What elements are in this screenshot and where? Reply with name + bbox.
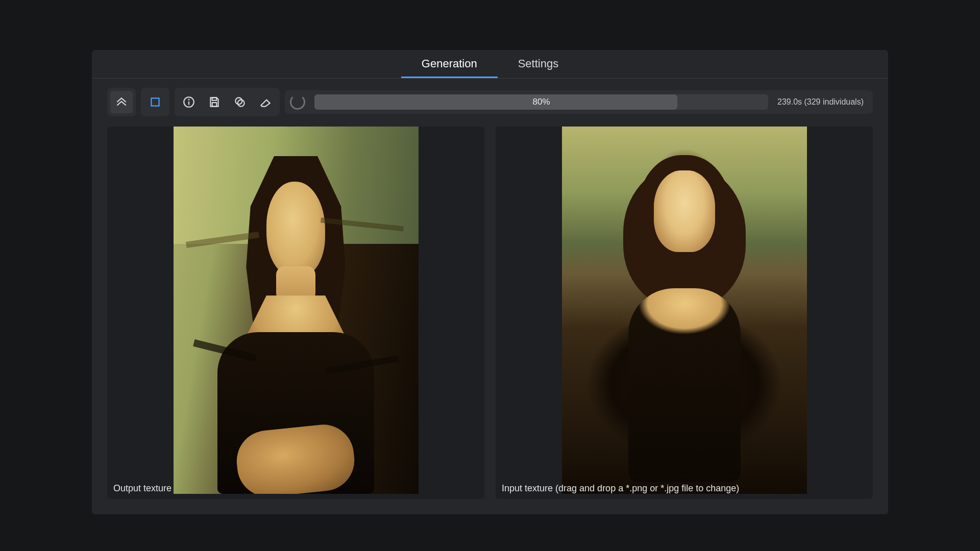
app-window: Generation Settings: [92, 50, 888, 514]
progress-group: 80% 239.0s (329 individuals): [285, 90, 873, 114]
info-icon: [182, 95, 195, 109]
tab-settings[interactable]: Settings: [498, 50, 579, 78]
eraser-icon: [259, 95, 272, 109]
nav-group: [107, 88, 136, 116]
layers-button[interactable]: [229, 91, 251, 113]
layers-icon: [233, 95, 247, 109]
progress-stats: 239.0s (329 individuals): [777, 97, 864, 107]
output-pane: Output texture: [107, 127, 484, 499]
svg-point-3: [188, 99, 189, 100]
svg-rect-4: [212, 97, 217, 100]
svg-rect-0: [151, 98, 159, 106]
tab-generation[interactable]: Generation: [401, 50, 498, 78]
home-icon: [115, 95, 128, 109]
tab-bar: Generation Settings: [92, 50, 888, 79]
save-button[interactable]: [203, 91, 226, 113]
info-button[interactable]: [178, 91, 200, 113]
input-pane-label: Input texture (drag and drop a *.png or …: [502, 483, 739, 494]
save-icon: [208, 95, 221, 109]
progress-bar: 80%: [314, 94, 768, 110]
home-button[interactable]: [110, 91, 133, 113]
input-image: [562, 127, 807, 494]
output-image: [174, 127, 419, 494]
spinner-icon: [290, 94, 305, 110]
toolbar: 80% 239.0s (329 individuals): [92, 79, 888, 123]
stop-button[interactable]: [144, 91, 166, 113]
svg-rect-5: [212, 103, 217, 107]
content-area: Output texture Input texture (drag and d…: [92, 123, 888, 514]
erase-button[interactable]: [254, 91, 277, 113]
stop-group: [141, 88, 169, 116]
output-pane-label: Output texture: [113, 483, 172, 494]
progress-label: 80%: [314, 94, 768, 110]
stop-icon: [149, 95, 162, 109]
tools-group: [175, 88, 280, 116]
input-pane[interactable]: Input texture (drag and drop a *.png or …: [496, 127, 873, 499]
